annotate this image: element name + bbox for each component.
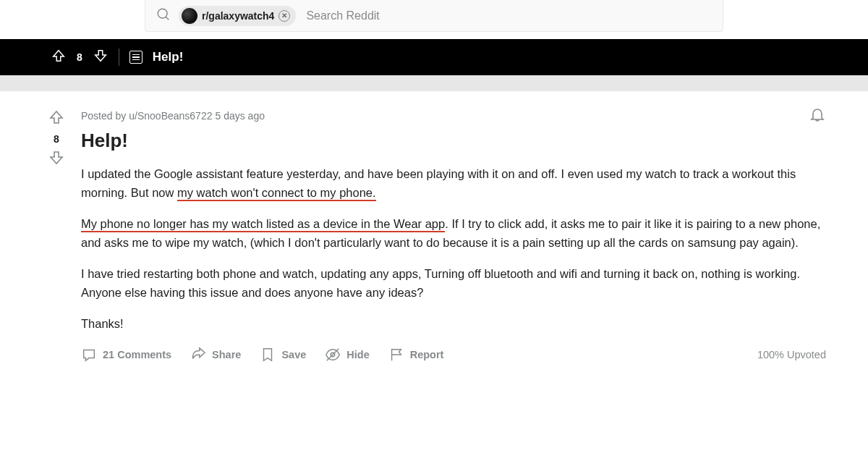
- svg-point-0: [158, 9, 167, 18]
- hide-label: Hide: [346, 349, 369, 360]
- subreddit-chip[interactable]: r/galaxywatch4 ✕: [179, 6, 296, 26]
- upvote-icon[interactable]: [51, 48, 67, 67]
- sticky-title: Help!: [153, 50, 184, 64]
- search-icon: [156, 7, 171, 25]
- post-title: Help!: [81, 130, 826, 152]
- subreddit-avatar: [182, 8, 197, 24]
- save-label: Save: [281, 349, 306, 360]
- share-action[interactable]: Share: [190, 347, 241, 363]
- post-text: I updated the Google assistant feature y…: [81, 165, 826, 334]
- separator: [119, 48, 119, 66]
- post-actions: 21 Comments Share Save Hide Report 100% …: [81, 347, 826, 363]
- sticky-score: 8: [77, 51, 82, 63]
- report-action[interactable]: Report: [388, 347, 444, 363]
- share-label: Share: [212, 349, 241, 360]
- post-card: 8 Posted by u/SnooBeans6722 5 days ago H…: [0, 101, 868, 363]
- text-post-icon: [129, 51, 142, 64]
- downvote-icon[interactable]: [48, 149, 65, 169]
- vote-column: 8: [42, 106, 71, 363]
- hide-action[interactable]: Hide: [325, 347, 369, 363]
- svg-line-1: [166, 17, 169, 20]
- upvoted-percent: 100% Upvoted: [757, 349, 826, 360]
- upvote-icon[interactable]: [48, 109, 65, 129]
- post-byline: Posted by u/SnooBeans6722 5 days ago: [81, 106, 826, 125]
- search-placeholder: Search Reddit: [306, 9, 379, 22]
- comments-action[interactable]: 21 Comments: [81, 347, 171, 363]
- comments-label: 21 Comments: [103, 349, 171, 360]
- underlined-text-2: My phone no longer has my watch listed a…: [81, 217, 445, 232]
- post-score: 8: [54, 133, 59, 145]
- post-para-1: I updated the Google assistant feature y…: [81, 165, 826, 202]
- save-action[interactable]: Save: [260, 347, 306, 363]
- report-label: Report: [410, 349, 444, 360]
- downvote-icon[interactable]: [93, 48, 109, 67]
- post-author[interactable]: u/SnooBeans6722: [129, 110, 212, 122]
- subreddit-chip-label: r/galaxywatch4: [202, 10, 274, 22]
- underlined-text-1: my watch won't connect to my phone.: [177, 186, 376, 201]
- content-gap: [0, 75, 868, 91]
- post-para-4: Thanks!: [81, 315, 826, 334]
- post-body: Posted by u/SnooBeans6722 5 days ago Hel…: [81, 106, 826, 363]
- post-para-2: My phone no longer has my watch listed a…: [81, 215, 826, 252]
- search-bar[interactable]: r/galaxywatch4 ✕ Search Reddit: [145, 0, 723, 32]
- post-age: 5 days ago: [215, 110, 265, 122]
- post-para-3: I have tried restarting both phone and w…: [81, 265, 826, 302]
- posted-by-prefix: Posted by: [81, 110, 126, 122]
- chip-clear-icon[interactable]: ✕: [278, 10, 290, 22]
- sticky-post-header: 8 Help!: [0, 39, 868, 75]
- bell-icon[interactable]: [809, 106, 826, 125]
